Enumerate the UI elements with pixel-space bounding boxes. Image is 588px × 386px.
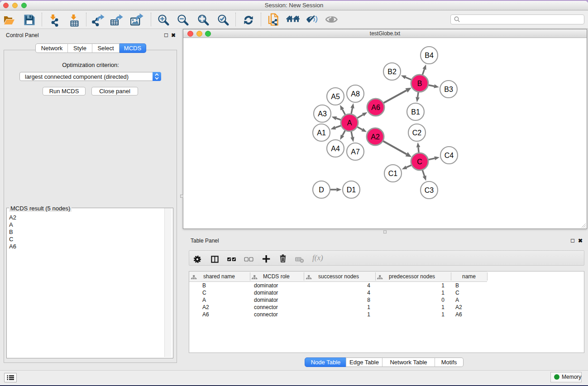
svg-text:C3: C3 (425, 186, 434, 194)
svg-text:A2: A2 (371, 133, 380, 141)
svg-text:B4: B4 (425, 52, 434, 59)
svg-text:D: D (319, 186, 324, 194)
svg-text:A4: A4 (331, 145, 340, 152)
svg-text:D1: D1 (347, 186, 356, 194)
svg-text:A: A (347, 119, 352, 127)
svg-text:B1: B1 (411, 108, 420, 116)
svg-text:A3: A3 (318, 110, 327, 118)
svg-text:A6: A6 (371, 104, 380, 111)
svg-text:B2: B2 (387, 68, 397, 76)
svg-text:A8: A8 (351, 90, 360, 98)
svg-text:C4: C4 (445, 152, 454, 159)
svg-text:C2: C2 (412, 129, 422, 137)
svg-text:C1: C1 (388, 170, 398, 177)
svg-text:B3: B3 (444, 86, 453, 93)
svg-text:B: B (417, 80, 422, 87)
svg-text:C: C (417, 158, 422, 166)
svg-text:A7: A7 (351, 148, 360, 156)
svg-text:A5: A5 (331, 93, 340, 100)
svg-text:A1: A1 (317, 129, 326, 137)
